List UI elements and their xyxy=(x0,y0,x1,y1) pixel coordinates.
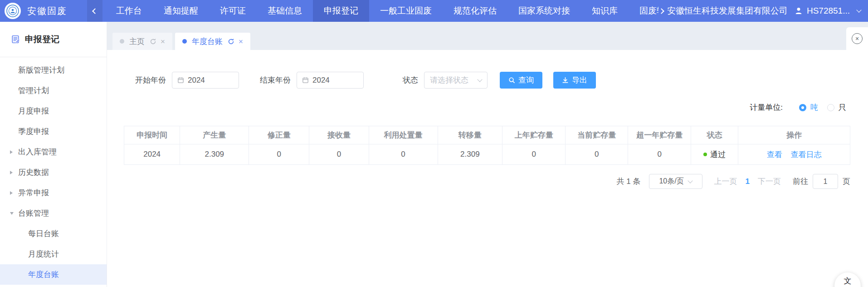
end-year-field[interactable] xyxy=(297,72,364,89)
sidebar-item-abnormal-declare[interactable]: 异常申报 xyxy=(0,183,107,203)
cell-disposed: 0 xyxy=(369,144,438,165)
nav-workbench[interactable]: 工作台 xyxy=(105,0,153,22)
chevron-right-icon xyxy=(658,8,664,14)
column-header: 操作 xyxy=(738,126,850,144)
nav-overflow-button[interactable] xyxy=(659,9,663,13)
page-size-select[interactable]: 10条/页 xyxy=(649,174,702,189)
cell-status: 通过 xyxy=(691,144,738,165)
close-icon[interactable]: × xyxy=(161,38,165,45)
goto-page-input[interactable] xyxy=(813,174,838,189)
next-page-button[interactable]: 下一页 xyxy=(758,176,781,187)
status-badge: 通过 xyxy=(703,149,726,160)
status-label: 状态 xyxy=(403,75,418,85)
document-edit-icon xyxy=(11,35,20,44)
chevron-left-icon xyxy=(92,8,98,14)
refresh-icon[interactable] xyxy=(228,38,234,45)
pagination: 共 1 条 10条/页 上一页 1 下一页 前往 页 xyxy=(107,174,850,189)
calendar-icon xyxy=(302,77,309,84)
sidebar-item-inout-storage[interactable]: 出入库管理 xyxy=(0,142,107,162)
cell-produced: 2.309 xyxy=(180,144,249,165)
sidebar-item-ledger-management[interactable]: 台账管理 xyxy=(0,203,107,223)
sidebar-item-daily-ledger[interactable]: 每日台账 xyxy=(0,223,107,244)
goto-label: 前往 xyxy=(793,176,808,187)
view-link[interactable]: 查看 xyxy=(767,150,782,159)
page-number-1[interactable]: 1 xyxy=(746,177,750,186)
sidebar-item-monthly-declare[interactable]: 月度申报 xyxy=(0,101,107,121)
radio-unselected-icon xyxy=(827,104,834,111)
close-icon[interactable]: × xyxy=(239,38,243,45)
radio-option-piece[interactable]: 只 xyxy=(827,102,846,113)
filter-bar: 开始年份 结束年份 状态 请选择状态 xyxy=(135,72,868,89)
unit-selector-row: 计量单位: 吨 只 xyxy=(107,102,868,113)
cell-current-storage: 0 xyxy=(566,144,628,165)
company-name: 安徽恒生科技发展集团有限公司 xyxy=(667,5,788,17)
triangle-right-icon xyxy=(10,150,13,154)
total-count: 共 1 条 xyxy=(617,176,641,187)
search-button[interactable]: 查询 xyxy=(500,72,542,89)
nav-knowledge-base[interactable]: 知识库 xyxy=(581,0,629,22)
tab-label: 主页 xyxy=(129,36,145,47)
column-header: 当前贮存量 xyxy=(566,126,628,144)
nav-notifications[interactable]: 通知提醒 xyxy=(153,0,209,22)
column-header: 状态 xyxy=(691,126,738,144)
start-year-field[interactable] xyxy=(172,72,239,89)
sidebar-item-management-plan[interactable]: 管理计划 xyxy=(0,80,107,101)
end-year-input[interactable] xyxy=(312,76,353,85)
download-icon xyxy=(562,77,569,84)
tab-dot-icon xyxy=(182,39,187,44)
user-icon xyxy=(794,6,803,15)
top-nav-menu: 工作台 通知提醒 许可证 基础信息 申报登记 一般工业固废 规范化评估 国家系统… xyxy=(105,0,658,22)
nav-basic-info[interactable]: 基础信息 xyxy=(257,0,313,22)
user-id: HS72851... xyxy=(807,6,850,16)
nav-license[interactable]: 许可证 xyxy=(209,0,257,22)
cell-declare-year: 2024 xyxy=(124,144,180,165)
calendar-icon xyxy=(177,77,184,84)
triangle-right-icon xyxy=(10,191,13,195)
nav-national-system[interactable]: 国家系统对接 xyxy=(507,0,581,22)
sidebar-item-quarterly-declare[interactable]: 季度申报 xyxy=(0,121,107,142)
triangle-down-icon xyxy=(10,212,14,215)
chevron-down-icon xyxy=(856,7,861,12)
cell-over-year-storage: 0 xyxy=(628,144,691,165)
sidebar: 申报登记 新版管理计划 管理计划 月度申报 季度申报 出入库管理 历史数据 异常… xyxy=(0,22,107,287)
tab-dot-icon xyxy=(120,39,124,44)
sidebar-item-annual-ledger[interactable]: 年度台账 xyxy=(0,264,107,285)
column-header: 转移量 xyxy=(438,126,502,144)
table-header-row: 申报时间 产生量 修正量 接收量 利用处置量 转移量 上年贮存量 当前贮存量 超… xyxy=(124,126,850,144)
annual-ledger-table: 申报时间 产生量 修正量 接收量 利用处置量 转移量 上年贮存量 当前贮存量 超… xyxy=(124,126,850,165)
tab-home[interactable]: 主页 × xyxy=(112,33,172,50)
close-all-tabs-button[interactable]: × xyxy=(846,27,868,50)
user-menu-button[interactable] xyxy=(857,10,861,12)
view-log-link[interactable]: 查看日志 xyxy=(791,150,822,159)
nav-general-industrial-waste[interactable]: 一般工业固废 xyxy=(369,0,443,22)
sidebar-collapse-button[interactable] xyxy=(87,0,102,22)
status-placeholder: 请选择状态 xyxy=(430,75,468,85)
cell-actions: 查看 查看日志 xyxy=(738,144,850,165)
status-text: 通过 xyxy=(710,149,726,160)
sidebar-item-new-management-plan[interactable]: 新版管理计划 xyxy=(0,60,107,80)
status-select[interactable]: 请选择状态 xyxy=(424,72,488,89)
end-year-label: 结束年份 xyxy=(260,75,291,85)
start-year-label: 开始年份 xyxy=(135,75,166,85)
chevron-down-icon xyxy=(688,178,692,183)
sidebar-item-history-data[interactable]: 历史数据 xyxy=(0,162,107,183)
column-header: 超一年贮存量 xyxy=(628,126,691,144)
top-nav-bar: 安徽固废 工作台 通知提醒 许可证 基础信息 申报登记 一般工业固废 规范化评估… xyxy=(0,0,868,22)
cell-received: 0 xyxy=(309,144,369,165)
refresh-icon[interactable] xyxy=(150,38,156,45)
sidebar-item-label: 出入库管理 xyxy=(18,147,57,157)
chevron-down-icon xyxy=(477,77,482,82)
export-button[interactable]: 导出 xyxy=(553,72,596,89)
radio-option-ton[interactable]: 吨 xyxy=(799,102,818,113)
sidebar-item-monthly-stats[interactable]: 月度统计 xyxy=(0,244,107,264)
nav-standard-assessment[interactable]: 规范化评估 xyxy=(443,0,507,22)
tab-label: 年度台账 xyxy=(192,36,223,47)
sidebar-item-label: 台账管理 xyxy=(18,208,49,218)
prev-page-button[interactable]: 上一页 xyxy=(714,176,737,187)
nav-declare-register[interactable]: 申报登记 xyxy=(313,0,369,22)
start-year-input[interactable] xyxy=(188,76,229,85)
unit-label: 计量单位: xyxy=(750,102,783,113)
search-icon xyxy=(508,77,515,84)
tab-annual-ledger[interactable]: 年度台账 × xyxy=(175,33,250,50)
nav-waste-transfer[interactable]: 固废转 xyxy=(629,0,658,22)
